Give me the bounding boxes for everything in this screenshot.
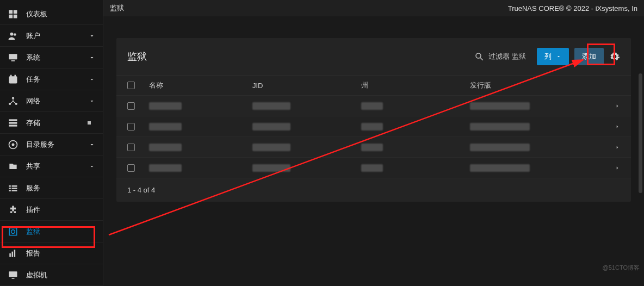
sidebar-item-plugins[interactable]: 插件 bbox=[0, 199, 103, 221]
svg-rect-19 bbox=[9, 185, 11, 187]
sidebar-item-directory[interactable]: 目录服务 bbox=[0, 134, 103, 156]
svg-rect-31 bbox=[12, 278, 15, 279]
svg-rect-28 bbox=[12, 251, 14, 257]
svg-rect-2 bbox=[9, 14, 13, 18]
sidebar-item-network[interactable]: 网络 bbox=[0, 90, 103, 112]
chevron-right-icon[interactable] bbox=[615, 165, 620, 171]
dashboard-icon bbox=[8, 9, 18, 20]
pagination-info: 1 - 4 of 4 bbox=[116, 178, 631, 202]
network-icon bbox=[8, 96, 18, 107]
vm-icon bbox=[8, 270, 18, 281]
svg-rect-21 bbox=[9, 188, 11, 189]
sidebar-item-label: 服务 bbox=[26, 183, 95, 193]
sidebar-item-label: 共享 bbox=[26, 161, 89, 171]
sidebar-item-vm[interactable]: 虚拟机 bbox=[0, 264, 103, 286]
svg-line-33 bbox=[481, 58, 484, 60]
sidebar-item-tasks[interactable]: 任务 bbox=[0, 69, 103, 90]
copyright-text: TrueNAS CORE® © 2022 - iXsystems, In bbox=[508, 4, 637, 13]
sharing-icon bbox=[8, 161, 18, 172]
table-row[interactable] bbox=[116, 96, 631, 116]
chevron-down-icon bbox=[89, 98, 95, 104]
chevron-down-icon bbox=[89, 163, 95, 170]
breadcrumb-bar: 监狱 TrueNAS CORE® © 2022 - iXsystems, In bbox=[103, 0, 644, 16]
table-row[interactable] bbox=[116, 116, 631, 137]
sidebar-item-label: 网络 bbox=[26, 96, 89, 106]
svg-rect-22 bbox=[12, 188, 17, 189]
cell-jid bbox=[252, 102, 290, 110]
add-button-label: 添加 bbox=[582, 52, 596, 61]
svg-rect-25 bbox=[9, 228, 16, 235]
cell-state bbox=[361, 144, 383, 151]
svg-rect-16 bbox=[9, 125, 17, 126]
jails-card: 监狱 过滤器 监狱 列 添加 bbox=[116, 38, 631, 202]
col-header-state[interactable]: 州 bbox=[361, 80, 470, 90]
tasks-icon bbox=[8, 74, 18, 85]
svg-rect-24 bbox=[12, 190, 17, 191]
chevron-down-icon bbox=[89, 54, 95, 61]
svg-point-26 bbox=[11, 229, 15, 233]
row-checkbox[interactable] bbox=[127, 123, 135, 130]
sidebar-item-system[interactable]: 系统 bbox=[0, 47, 103, 69]
filter-placeholder: 过滤器 监狱 bbox=[488, 52, 526, 61]
sidebar-item-label: 存储 bbox=[26, 118, 95, 128]
cell-jid bbox=[252, 123, 290, 130]
sidebar-item-services[interactable]: 服务 bbox=[0, 177, 103, 199]
card-title: 监狱 bbox=[127, 50, 474, 63]
add-button[interactable]: 添加 bbox=[574, 48, 604, 65]
sidebar-item-reporting[interactable]: 报告 bbox=[0, 243, 103, 264]
sidebar-item-jails[interactable]: 监狱 bbox=[0, 221, 103, 243]
sidebar-item-label: 报告 bbox=[26, 248, 95, 258]
cell-jid bbox=[252, 164, 290, 172]
col-header-jid[interactable]: JID bbox=[252, 82, 361, 90]
chevron-down-icon bbox=[89, 33, 95, 39]
indicator-dot bbox=[88, 121, 91, 125]
sidebar: 仪表板 账户 系统 任务 网络 存储 目录 bbox=[0, 0, 103, 286]
chevron-down-icon bbox=[89, 76, 95, 83]
gear-icon[interactable] bbox=[609, 51, 620, 62]
system-icon bbox=[8, 52, 18, 63]
cell-state bbox=[361, 123, 383, 130]
svg-rect-29 bbox=[14, 250, 16, 257]
table-row[interactable] bbox=[116, 158, 631, 178]
chevron-right-icon[interactable] bbox=[615, 145, 620, 150]
col-header-name[interactable]: 名称 bbox=[149, 80, 252, 90]
cell-name bbox=[149, 123, 182, 130]
svg-rect-23 bbox=[9, 190, 11, 191]
svg-rect-6 bbox=[9, 54, 17, 59]
svg-rect-0 bbox=[9, 10, 13, 14]
cell-name bbox=[149, 102, 182, 110]
chevron-right-icon[interactable] bbox=[615, 124, 620, 129]
sidebar-item-accounts[interactable]: 账户 bbox=[0, 25, 103, 47]
cell-name bbox=[149, 144, 182, 151]
cell-release bbox=[470, 102, 530, 110]
sidebar-item-storage[interactable]: 存储 bbox=[0, 112, 103, 134]
sidebar-item-sharing[interactable]: 共享 bbox=[0, 156, 103, 177]
accounts-icon bbox=[8, 30, 18, 41]
chevron-down-icon bbox=[556, 54, 561, 59]
chevron-down-icon bbox=[89, 141, 95, 148]
main-content: 监狱 TrueNAS CORE® © 2022 - iXsystems, In … bbox=[103, 0, 644, 286]
sidebar-item-label: 账户 bbox=[26, 31, 89, 41]
plugins-icon bbox=[8, 204, 18, 215]
row-checkbox[interactable] bbox=[127, 102, 135, 110]
columns-button[interactable]: 列 bbox=[537, 48, 569, 65]
filter-search[interactable]: 过滤器 监狱 bbox=[474, 52, 526, 61]
svg-rect-3 bbox=[14, 14, 17, 18]
svg-rect-15 bbox=[9, 122, 17, 123]
cell-release bbox=[470, 164, 530, 172]
select-all-checkbox[interactable] bbox=[127, 82, 135, 89]
cell-name bbox=[149, 164, 182, 172]
svg-point-5 bbox=[14, 33, 16, 36]
scrollbar[interactable] bbox=[639, 73, 642, 193]
table-header-row: 名称 JID 州 发行版 bbox=[116, 75, 631, 96]
row-checkbox[interactable] bbox=[127, 164, 135, 172]
svg-rect-9 bbox=[10, 74, 12, 76]
row-checkbox[interactable] bbox=[127, 144, 135, 151]
columns-button-label: 列 bbox=[544, 52, 552, 61]
sidebar-item-label: 目录服务 bbox=[26, 140, 89, 150]
sidebar-item-dashboard[interactable]: 仪表板 bbox=[0, 3, 103, 25]
sidebar-item-label: 仪表板 bbox=[26, 9, 95, 19]
chevron-right-icon[interactable] bbox=[615, 103, 620, 109]
table-row[interactable] bbox=[116, 137, 631, 158]
col-header-release[interactable]: 发行版 bbox=[470, 80, 598, 90]
